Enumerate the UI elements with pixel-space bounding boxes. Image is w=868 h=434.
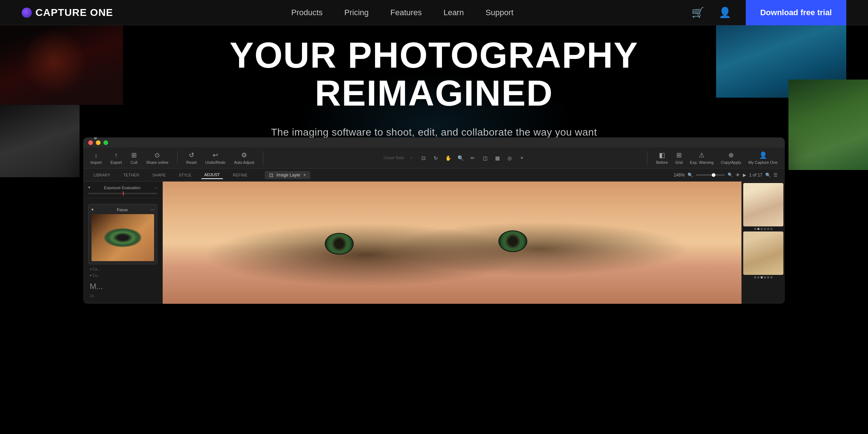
zoom-out-icon[interactable]: 🔍: [728, 173, 733, 177]
tab-style[interactable]: STYLE: [176, 171, 194, 179]
cursor-tools: Cursor Tools ⬝ ⊡ ↻ ✋ 🔍 ✏ ◫ ▦ ◎ ⌖: [272, 153, 638, 163]
copy-apply-label: Copy/Apply: [721, 160, 741, 165]
dot2-2: [757, 276, 760, 278]
tool-radial[interactable]: ◎: [505, 153, 514, 163]
tab-tether[interactable]: TETHER: [120, 171, 142, 179]
before-icon: ◧: [659, 151, 665, 159]
iris-right: [498, 230, 527, 252]
exposure-options-icon[interactable]: ···: [154, 186, 157, 190]
toolbar-exp-warning[interactable]: ⚠ Exp. Warning: [690, 151, 714, 165]
toolbar-auto-adjust[interactable]: ⚙ Auto Adjust: [234, 151, 254, 165]
tool-eraser[interactable]: ◫: [480, 153, 490, 163]
zoom-in-icon[interactable]: 🔍: [688, 173, 693, 178]
toolbar-import[interactable]: ↓ Import: [90, 152, 102, 165]
layer-icon: ⊡: [269, 172, 273, 178]
window-close-dot: [88, 140, 93, 145]
nav-pricing[interactable]: Pricing: [344, 8, 369, 17]
download-trial-button[interactable]: Download free trial: [746, 0, 846, 25]
toolbar-right-items: ◧ Before ⊞ Grid ⚠ Exp. Warning ⊕ Copy/Ap…: [656, 151, 778, 165]
main-photo: [163, 182, 741, 304]
thumb-2-dots: [743, 276, 783, 279]
nav-products[interactable]: Products: [291, 8, 323, 17]
panel-placeholder-value: 24...: [88, 293, 157, 299]
tool-picker[interactable]: ⌖: [517, 153, 527, 163]
export-icon: ↑: [115, 152, 118, 159]
toolbar-copy-apply[interactable]: ⊕ Copy/Apply: [721, 151, 741, 165]
tool-crop[interactable]: ⊡: [419, 153, 428, 163]
cart-icon[interactable]: 🛒: [692, 7, 704, 18]
nav-features[interactable]: Features: [390, 8, 422, 17]
toolbar-undo-redo[interactable]: ↩ Undo/Redo: [205, 151, 225, 165]
layer-add-icon[interactable]: +: [303, 173, 306, 178]
tab-library[interactable]: LIBRARY: [90, 171, 113, 179]
panel-main-value: M...: [88, 281, 157, 292]
exp-warning-label: Exp. Warning: [690, 160, 714, 165]
hero-title: YOUR PHOTOGRAPHY REIMAGINED: [145, 36, 723, 112]
panel-placeholder-cu: ▾ Cu...: [88, 273, 157, 278]
focus-title: Focus: [117, 208, 128, 212]
export-label: Export: [110, 160, 122, 165]
zoom-slider[interactable]: [696, 174, 725, 176]
dot-1: [754, 228, 756, 230]
tool-pan[interactable]: ✋: [443, 153, 453, 163]
tool-rotate[interactable]: ↻: [431, 153, 441, 163]
dot2-1: [754, 276, 756, 278]
filter-icon[interactable]: ☰: [774, 173, 778, 178]
import-label: Import: [90, 160, 102, 165]
focus-panel: ▾ Focus ···: [88, 204, 157, 264]
nav-learn[interactable]: Learn: [443, 8, 464, 17]
view-toggle-icon[interactable]: 👁: [736, 173, 740, 178]
left-adjust-panel: ▾ Exposure Evaluation ··· ▾ Focus ···: [83, 182, 163, 304]
toolbar-export[interactable]: ↑ Export: [110, 152, 122, 165]
window-minimize-dot: [96, 140, 101, 145]
tab-refine[interactable]: REFINE: [230, 171, 250, 179]
toolbar-before[interactable]: ◧ Before: [656, 151, 668, 165]
undo-icon: ↩: [213, 151, 218, 159]
focus-options-icon[interactable]: ···: [151, 208, 154, 212]
right-thumbnail-panel: [741, 182, 785, 304]
thumbnail-1[interactable]: [743, 183, 783, 226]
reset-label: Reset: [186, 160, 197, 165]
exposure-title: Exposure Evaluation: [104, 186, 140, 190]
window-maximize-dot: [103, 140, 108, 145]
auto-adjust-label: Auto Adjust: [234, 160, 254, 165]
dot2-6: [770, 276, 773, 278]
window-chrome: [83, 137, 785, 148]
reset-icon: ↺: [189, 151, 194, 159]
tool-gradient[interactable]: ▦: [493, 153, 502, 163]
thumb-img-1: [743, 183, 783, 226]
brand-logo[interactable]: CAPTURE ONE: [22, 7, 113, 18]
eye-closeup-overlay: [163, 182, 741, 304]
zoom-slider-thumb[interactable]: [712, 173, 715, 177]
nav-support[interactable]: Support: [485, 8, 513, 17]
dot-2: [757, 228, 760, 230]
toolbar-separator-2: [263, 152, 263, 165]
thumbnail-2[interactable]: [743, 231, 783, 275]
page-count: 1 of 17: [749, 173, 762, 178]
tool-brush[interactable]: ✏: [468, 153, 477, 163]
canvas-area: [163, 182, 741, 304]
brand-name: CAPTURE ONE: [35, 7, 113, 18]
tool-pointer[interactable]: ⬝: [407, 153, 416, 163]
user-icon[interactable]: 👤: [719, 7, 731, 18]
tab-shape[interactable]: SHAPE: [149, 171, 169, 179]
toolbar-reset[interactable]: ↺ Reset: [186, 151, 197, 165]
dot-4: [764, 228, 766, 230]
import-icon: ↓: [94, 152, 98, 159]
app-main-area: ▾ Exposure Evaluation ··· ▾ Focus ···: [83, 182, 785, 304]
exposure-bar[interactable]: [88, 193, 157, 194]
tool-zoom[interactable]: 🔍: [456, 153, 465, 163]
toolbar-cull[interactable]: ⊞ Cull: [131, 151, 137, 165]
play-icon[interactable]: ▶: [743, 173, 746, 178]
copy-apply-icon: ⊕: [728, 151, 734, 159]
panel-placeholder-ca: ▾ Ca...: [88, 267, 157, 272]
search-icon[interactable]: 🔍: [765, 173, 771, 178]
tab-adjust[interactable]: ADJUST: [201, 171, 223, 179]
toolbar-my-capture-one[interactable]: 👤 My Capture One: [748, 151, 778, 165]
layer-selector[interactable]: ⊡ Image Layer +: [265, 171, 310, 179]
toolbar-grid[interactable]: ⊞ Grid: [675, 151, 683, 165]
dot2-3: [761, 276, 763, 278]
dot-6: [770, 228, 773, 230]
toolbar-share[interactable]: ⊙ Share online: [146, 151, 169, 165]
my-capture-one-label: My Capture One: [748, 160, 778, 165]
